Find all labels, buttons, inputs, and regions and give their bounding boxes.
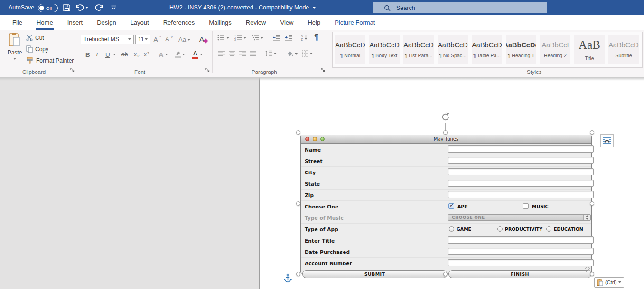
embedded-form-picture[interactable]: Mav Tunes Name Street City State Zip xyxy=(300,135,592,274)
tab-layout[interactable]: Layout xyxy=(123,15,156,30)
change-case-button[interactable]: Aa xyxy=(178,36,190,43)
clipboard-dialog-launcher[interactable] xyxy=(70,66,75,74)
style-chip-title[interactable]: AaBTitle xyxy=(574,35,605,64)
title-dropdown-icon[interactable] xyxy=(312,7,316,9)
subscript-button[interactable]: x2 xyxy=(134,49,139,60)
tab-design[interactable]: Design xyxy=(90,15,123,30)
increase-indent-button[interactable] xyxy=(285,35,293,41)
zip-input[interactable] xyxy=(448,191,594,198)
resize-handle-bottom-center[interactable] xyxy=(443,272,448,276)
sort-button[interactable]: AZ xyxy=(301,34,308,41)
line-spacing-button[interactable] xyxy=(265,50,277,56)
street-input[interactable] xyxy=(448,157,594,164)
superscript-button[interactable]: x2 xyxy=(144,49,149,60)
bullets-button[interactable] xyxy=(217,35,229,41)
paste-button[interactable]: Paste xyxy=(4,32,26,71)
sort-icon: AZ xyxy=(301,34,308,41)
underline-dropdown[interactable] xyxy=(113,49,116,60)
font-name-combo[interactable]: Trebuchet MS xyxy=(81,35,134,44)
type-of-music-select[interactable]: CHOOSE ONE xyxy=(448,214,591,221)
customize-quick-access-button[interactable] xyxy=(107,0,120,15)
music-checkbox[interactable] xyxy=(523,203,529,209)
layout-options-button[interactable] xyxy=(600,134,614,147)
rotate-handle[interactable] xyxy=(441,112,450,123)
paste-dropdown-icon[interactable] xyxy=(13,58,16,60)
tab-picture-format[interactable]: Picture Format xyxy=(327,15,382,30)
cut-button[interactable]: Cut xyxy=(26,35,44,41)
copy-button[interactable]: Copy xyxy=(26,45,48,53)
font-color-button[interactable]: A xyxy=(192,49,203,60)
italic-button[interactable]: I xyxy=(96,49,98,60)
font-dialog-launcher[interactable] xyxy=(205,66,210,74)
shading-button[interactable] xyxy=(287,51,298,57)
mac-resize-grip[interactable] xyxy=(585,267,590,272)
numbering-icon: 123 xyxy=(234,35,242,41)
name-input[interactable] xyxy=(448,145,594,153)
app-checkbox[interactable]: ✓ xyxy=(448,203,454,209)
tab-help[interactable]: Help xyxy=(300,15,327,30)
resize-handle-bottom-left[interactable] xyxy=(296,272,300,276)
align-left-button[interactable] xyxy=(218,51,225,56)
decrease-indent-button[interactable] xyxy=(272,35,280,41)
bold-button[interactable]: B xyxy=(85,49,90,60)
search-box[interactable] xyxy=(373,2,547,13)
align-center-button[interactable] xyxy=(229,51,236,56)
tab-insert[interactable]: Insert xyxy=(60,15,90,30)
tab-review[interactable]: Review xyxy=(239,15,273,30)
strikethrough-button[interactable]: ab xyxy=(121,49,128,60)
save-button[interactable] xyxy=(60,0,73,15)
justify-button[interactable] xyxy=(250,51,257,56)
format-painter-button[interactable]: Format Painter xyxy=(26,57,74,64)
account-number-input[interactable] xyxy=(448,259,594,266)
submit-button[interactable]: SUBMIT xyxy=(302,270,447,278)
text-effects-button[interactable]: A xyxy=(159,49,168,60)
state-input[interactable] xyxy=(448,180,594,187)
style-chip-no-spacing[interactable]: AaBbCcD¶ No Spac... xyxy=(438,35,468,64)
style-chip-list-paragraph[interactable]: AaBbCcD¶ List Para... xyxy=(403,35,434,64)
borders-button[interactable] xyxy=(302,50,313,57)
multilevel-list-button[interactable] xyxy=(252,35,263,41)
game-radio[interactable]: GAME xyxy=(449,224,471,235)
copy-icon xyxy=(26,45,33,53)
align-right-button[interactable] xyxy=(239,51,246,56)
paragraph-dialog-launcher[interactable] xyxy=(320,66,326,74)
font-size-combo[interactable]: 11 xyxy=(135,35,150,44)
date-purchased-input[interactable] xyxy=(448,248,594,255)
clipboard-group-label: Clipboard xyxy=(22,69,46,75)
shrink-font-button[interactable]: A˅ xyxy=(165,36,173,43)
resize-handle-top-left[interactable] xyxy=(296,130,300,135)
object-anchor-icon[interactable] xyxy=(284,273,292,285)
highlight-button[interactable] xyxy=(175,49,185,60)
undo-button[interactable] xyxy=(74,0,89,15)
style-chip-normal[interactable]: AaBbCcD¶ Normal xyxy=(335,35,365,64)
style-chip-heading2[interactable]: AaBbCcIHeading 2 xyxy=(540,35,570,64)
resize-handle-top-center[interactable] xyxy=(443,130,448,135)
show-formatting-marks-button[interactable]: ¶ xyxy=(314,33,318,42)
numbering-button[interactable]: 123 xyxy=(234,35,246,41)
underline-button[interactable]: U xyxy=(105,49,110,60)
tab-home[interactable]: Home xyxy=(29,15,60,30)
clear-formatting-button[interactable]: A xyxy=(199,35,207,43)
style-chip-body-text[interactable]: AaBbCcD¶ Body Text xyxy=(369,35,400,64)
tab-mailings[interactable]: Mailings xyxy=(202,15,239,30)
autosave-toggle[interactable]: Off xyxy=(38,4,58,12)
finish-button[interactable]: FINISH xyxy=(448,270,591,278)
tab-references[interactable]: References xyxy=(156,15,202,30)
grow-font-button[interactable]: A^ xyxy=(153,36,161,44)
search-input[interactable] xyxy=(395,4,530,12)
resize-handle-middle-right[interactable] xyxy=(590,201,594,206)
style-chip-heading1[interactable]: AaBbCcDc¶ Heading 1 xyxy=(506,35,536,64)
style-chip-subtitle[interactable]: AaBbCcDSubtitle xyxy=(608,35,639,64)
education-radio[interactable]: EDUCATION xyxy=(546,224,583,235)
tab-view[interactable]: View xyxy=(273,15,300,30)
tab-file[interactable]: File xyxy=(5,15,29,30)
redo-button[interactable] xyxy=(93,0,105,15)
resize-handle-top-right[interactable] xyxy=(590,130,594,135)
resize-handle-bottom-right[interactable] xyxy=(590,272,594,276)
enter-title-input[interactable] xyxy=(448,236,594,244)
productivity-radio[interactable]: PRODUCTIVITY xyxy=(497,224,542,235)
paste-options-button[interactable]: (Ctrl) xyxy=(594,277,624,288)
city-input[interactable] xyxy=(448,168,594,175)
style-chip-table-paragraph[interactable]: AaBbCcD¶ Table Pa... xyxy=(472,35,502,64)
resize-handle-middle-left[interactable] xyxy=(296,201,300,206)
